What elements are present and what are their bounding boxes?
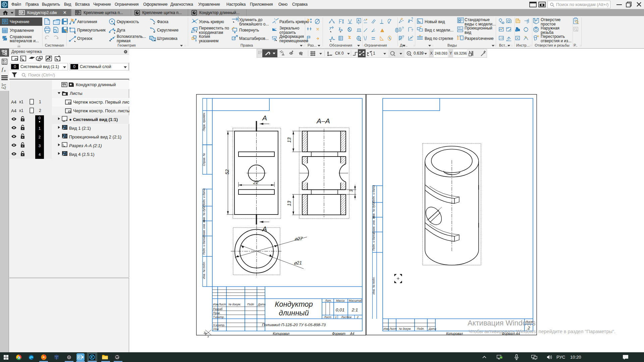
svg-text:13: 13 <box>286 137 292 143</box>
svg-text:Листов: Листов <box>341 315 352 319</box>
svg-text:Изм.: Изм. <box>383 327 389 330</box>
svg-text:Лит.: Лит. <box>325 299 332 302</box>
svg-text:Кондуктор: Кондуктор <box>275 300 313 308</box>
svg-text:?: ? <box>411 28 413 32</box>
svg-text:№ докум.: № докум. <box>399 327 411 330</box>
svg-text:x: x <box>4 68 6 72</box>
svg-text:Формат: Формат <box>332 332 345 336</box>
svg-text:Копировал: Копировал <box>446 332 463 336</box>
svg-text:Пров.: Пров. <box>213 311 220 315</box>
svg-text:№ докум.: № докум. <box>228 303 241 306</box>
svg-text:Масштаб: Масштаб <box>349 299 363 302</box>
svg-text:Подп. и дата: Подп. и дата <box>372 185 375 203</box>
svg-text:Лист: Лист <box>389 327 397 330</box>
svg-text:Подп.: Подп. <box>417 327 425 330</box>
svg-text:А4: А4 <box>350 332 355 336</box>
svg-text:22: 22 <box>253 180 259 185</box>
svg-text:Копировал: Копировал <box>273 332 289 336</box>
svg-text:Лист: Лист <box>218 303 226 306</box>
svg-text:⌀27: ⌀27 <box>294 236 303 241</box>
svg-text:Разраб: Разраб <box>213 307 223 311</box>
svg-text:3: 3 <box>348 189 354 192</box>
svg-text:Н.контр.: Н.контр. <box>213 323 225 327</box>
svg-text:Подп: Подп <box>247 303 254 306</box>
svg-text:Подп. и дата: Подп. и дата <box>202 237 206 255</box>
svg-text:Взам. инв. №: Взам. инв. № <box>202 220 206 237</box>
svg-text:Y: Y <box>204 331 206 334</box>
svg-text:Изм.: Изм. <box>213 303 219 306</box>
svg-text:Т.контр.: Т.контр. <box>213 315 224 319</box>
svg-text:2: 2 <box>357 315 359 319</box>
svg-text:2:1: 2:1 <box>352 307 358 312</box>
svg-text:Инв. № подл.: Инв. № подл. <box>202 261 206 279</box>
svg-text:Взам. инв. №: Взам. инв. № <box>372 216 375 234</box>
svg-text:0,01: 0,01 <box>336 307 344 312</box>
svg-text:?: ? <box>402 26 404 30</box>
svg-text:13: 13 <box>286 201 292 206</box>
svg-text:Подп. и дата: Подп. и дата <box>372 233 375 251</box>
svg-text:Дата: Дата <box>258 303 266 306</box>
svg-text:Лист: Лист <box>324 315 331 319</box>
svg-text:Перв. примен.: Перв. примен. <box>202 112 206 131</box>
svg-text:1: 1 <box>335 315 337 319</box>
svg-text:Инв. № подл.: Инв. № подл. <box>372 277 375 295</box>
svg-text:Масса: Масса <box>336 299 344 302</box>
svg-text:⌀21: ⌀21 <box>294 260 302 265</box>
svg-text:52: 52 <box>224 169 230 175</box>
svg-text:Подп. и дата: Подп. и дата <box>202 188 206 206</box>
svg-text:длинный: длинный <box>279 309 309 317</box>
svg-text:?: ? <box>402 35 404 39</box>
svg-text:Утв: Утв <box>213 327 219 331</box>
svg-text:Справ. №: Справ. № <box>202 153 206 166</box>
svg-text:?: ? <box>412 35 413 39</box>
svg-text:Полиамид П-12Б-20 ТУ 6-05-898-: Полиамид П-12Б-20 ТУ 6-05-898-73 <box>262 323 326 327</box>
svg-text:A–A: A–A <box>316 117 330 125</box>
svg-text:Дата: Дата <box>428 327 436 330</box>
svg-text:f: f <box>2 67 4 72</box>
svg-text:?: ? <box>411 17 413 21</box>
svg-text:A: A <box>262 114 267 122</box>
svg-text:?: ? <box>389 37 390 40</box>
svg-text:X: X <box>207 335 209 338</box>
